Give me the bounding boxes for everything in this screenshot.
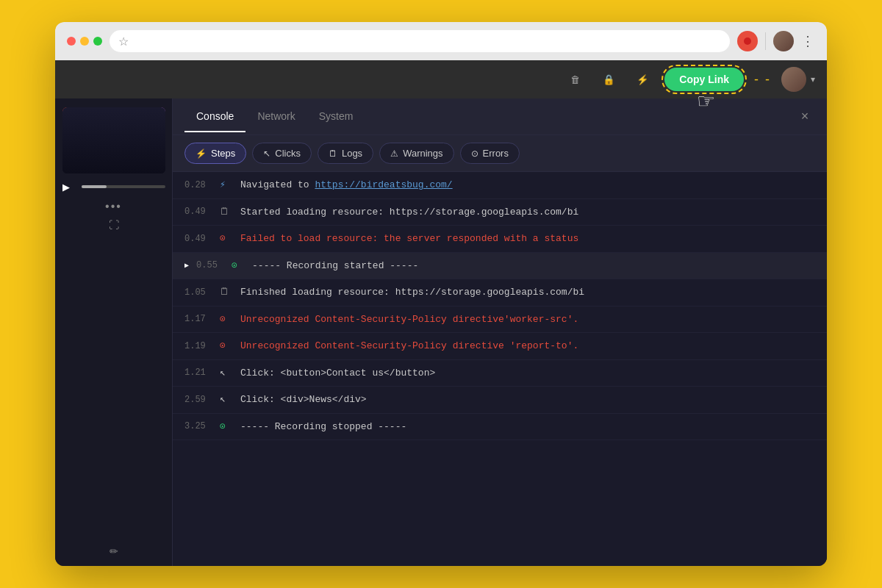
- copy-link-button[interactable]: Copy Link: [664, 68, 744, 91]
- dashes-left-decoration: - -: [754, 72, 771, 87]
- bookmark-icon: ☆: [118, 35, 129, 49]
- tab-network[interactable]: Network: [245, 101, 306, 132]
- steps-filter-label: Steps: [211, 148, 235, 159]
- log-text: Click: <div>News</div>: [240, 392, 815, 407]
- recording-inner-dot: [744, 37, 751, 45]
- lightning-icon: ⚡: [637, 74, 649, 85]
- console-close-button[interactable]: ×: [795, 107, 815, 127]
- warnings-filter-icon: ⚠: [390, 148, 398, 159]
- user-avatar-group: ▾: [781, 67, 815, 92]
- video-sidebar: ▶ ••• ⛶ ✏: [55, 98, 173, 566]
- log-text-error: Unrecognized Content-Security-Policy dir…: [240, 339, 815, 354]
- log-text: Click: <button>Contact us</button>: [240, 366, 815, 381]
- outer-background: ☆ ⋮ 🗑 🔒 ⚡ Copy: [0, 0, 882, 588]
- log-time: 1.21: [184, 366, 212, 379]
- user-avatar-chrome[interactable]: [773, 31, 794, 51]
- console-panel: Console Network System × ⚡ Steps: [173, 98, 827, 566]
- lock-button[interactable]: 🔒: [597, 68, 620, 91]
- play-button[interactable]: ▶: [62, 179, 77, 194]
- expand-button[interactable]: ⛶: [109, 219, 119, 231]
- log-time: 0.49: [184, 232, 212, 245]
- log-entry: 3.25 ⊙ ----- Recording stopped -----: [173, 414, 827, 441]
- error-csp-icon: ⊙: [220, 312, 233, 327]
- warnings-filter-label: Warnings: [403, 148, 442, 159]
- log-text: ----- Recording started -----: [252, 259, 815, 273]
- filter-steps-button[interactable]: ⚡ Steps: [184, 143, 246, 164]
- log-time: 0.55: [196, 259, 224, 272]
- log-entry: 0.49 ⊙ Failed to load resource: the serv…: [173, 226, 827, 253]
- log-entry: 2.59 ↖ Click: <div>News</div>: [173, 387, 827, 414]
- filter-bar: ⚡ Steps ↖ Clicks 🗒 Logs ⚠ Warnings: [173, 135, 827, 172]
- steps-filter-icon: ⚡: [196, 148, 207, 159]
- log-time: 1.17: [184, 312, 212, 326]
- logs-filter-label: Logs: [342, 148, 362, 159]
- close-window-dot[interactable]: [67, 37, 76, 46]
- filter-clicks-button[interactable]: ↖ Clicks: [252, 143, 312, 164]
- video-thumb-inner: [62, 107, 165, 173]
- clicks-filter-label: Clicks: [275, 148, 301, 159]
- video-progress-bar[interactable]: [82, 185, 165, 188]
- log-time: 1.05: [184, 286, 212, 299]
- filter-warnings-button[interactable]: ⚠ Warnings: [379, 143, 453, 164]
- log-entry: 1.17 ⊙ Unrecognized Content-Security-Pol…: [173, 306, 827, 334]
- filter-errors-button[interactable]: ⊙ Errors: [460, 143, 520, 164]
- recording-indicator: [737, 31, 758, 51]
- browser-container: ☆ ⋮ 🗑 🔒 ⚡ Copy: [55, 22, 827, 566]
- navigate-icon: ⚡: [220, 178, 233, 193]
- browser-chrome-right: ⋮: [737, 31, 815, 51]
- main-content: ▶ ••• ⛶ ✏: [55, 98, 827, 566]
- log-entry: 1.19 ⊙ Unrecognized Content-Security-Pol…: [173, 333, 827, 360]
- click-icon: ↖: [220, 366, 233, 381]
- video-controls: ▶: [62, 179, 165, 194]
- log-text: ----- Recording stopped -----: [240, 420, 815, 434]
- resource-finish-icon: 🗒: [220, 285, 233, 300]
- click-news-icon: ↖: [220, 392, 233, 407]
- error-icon: ⊙: [220, 232, 233, 246]
- log-text: Navigated to https://birdeatsbug.com/: [240, 178, 815, 193]
- tab-console[interactable]: Console: [184, 101, 245, 132]
- video-more-button[interactable]: •••: [105, 200, 122, 213]
- log-entries-list: 0.28 ⚡ Navigated to https://birdeatsbug.…: [173, 172, 827, 566]
- tab-system[interactable]: System: [307, 101, 365, 132]
- log-time: 2.59: [184, 393, 212, 406]
- log-text: Finished loading resource: https://stora…: [240, 285, 815, 300]
- log-entry: 1.21 ↖ Click: <button>Contact us</button…: [173, 360, 827, 387]
- logs-filter-icon: 🗒: [329, 148, 337, 159]
- video-progress-fill: [82, 185, 107, 188]
- log-time: 0.49: [184, 205, 212, 218]
- log-time: 1.19: [184, 340, 212, 353]
- chevron-down-icon[interactable]: ▾: [811, 74, 815, 85]
- log-text-error: Failed to load resource: the server resp…: [240, 232, 815, 246]
- console-tabs-bar: Console Network System ×: [173, 98, 827, 135]
- filter-logs-button[interactable]: 🗒 Logs: [318, 143, 373, 164]
- video-thumbnail: [62, 107, 165, 173]
- user-avatar-nav[interactable]: [781, 67, 806, 92]
- error-csp2-icon: ⊙: [220, 339, 233, 354]
- minimize-window-dot[interactable]: [80, 37, 89, 46]
- log-text: Started loading resource: https://storag…: [240, 205, 815, 220]
- log-entry: 1.05 🗒 Finished loading resource: https:…: [173, 279, 827, 306]
- log-entry: 0.49 🗒 Started loading resource: https:/…: [173, 199, 827, 226]
- current-play-indicator: ▶: [184, 260, 189, 271]
- edit-button[interactable]: ✏: [110, 545, 118, 557]
- lock-icon: 🔒: [603, 74, 615, 85]
- trash-icon: 🗑: [570, 74, 580, 85]
- address-bar[interactable]: ☆: [110, 30, 730, 52]
- maximize-window-dot[interactable]: [93, 37, 102, 46]
- log-entry: 0.28 ⚡ Navigated to https://birdeatsbug.…: [173, 172, 827, 199]
- log-time: 0.28: [184, 179, 212, 192]
- trash-button[interactable]: 🗑: [563, 68, 587, 91]
- log-entry-current: ▶ 0.55 ⊙ ----- Recording started -----: [173, 253, 827, 280]
- recording-start-icon: ⊙: [232, 259, 245, 273]
- log-text-error: Unrecognized Content-Security-Policy dir…: [240, 312, 815, 327]
- more-options-icon[interactable]: ⋮: [801, 33, 815, 49]
- errors-filter-icon: ⊙: [471, 148, 478, 159]
- recording-stop-icon: ⊙: [220, 420, 233, 434]
- navigate-link[interactable]: https://birdeatsbug.com/: [315, 179, 452, 190]
- expand-icon: ⛶: [109, 219, 119, 231]
- play-icon: ▶: [62, 182, 70, 193]
- copy-link-wrapper: Copy Link ☞: [664, 68, 744, 91]
- lightning-button[interactable]: ⚡: [631, 68, 654, 91]
- resource-icon: 🗒: [220, 205, 233, 220]
- log-time: 3.25: [184, 420, 212, 433]
